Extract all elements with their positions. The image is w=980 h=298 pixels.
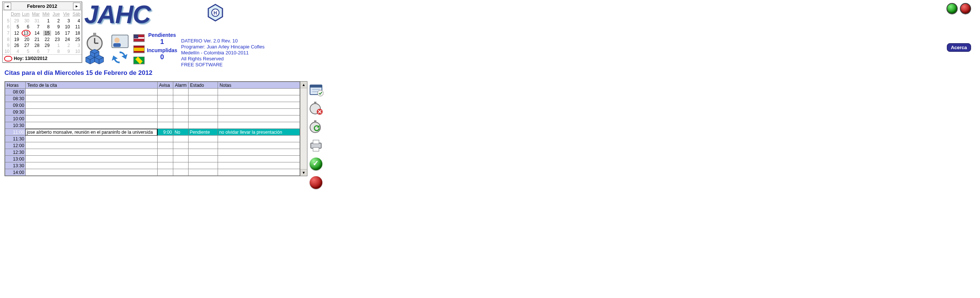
cell-avisa[interactable]: [157, 136, 173, 142]
cell-text[interactable]: jose aIrberto monsalve, reunión en el pa…: [25, 129, 157, 136]
cell-notas[interactable]: [218, 109, 300, 116]
calendar-day[interactable]: 14: [31, 30, 41, 36]
cell-text[interactable]: [25, 116, 157, 122]
cell-notas[interactable]: [218, 95, 300, 102]
cell-alarm[interactable]: [173, 89, 189, 95]
cell-avisa[interactable]: [157, 142, 173, 149]
cell-avisa[interactable]: [157, 109, 173, 116]
grid-column-header[interactable]: Estado: [189, 82, 218, 89]
cell-hour[interactable]: 09:30: [5, 109, 26, 116]
cell-alarm[interactable]: [173, 136, 189, 142]
cell-text[interactable]: [25, 136, 157, 142]
table-row[interactable]: 14:00: [5, 169, 300, 176]
calendar-day[interactable]: 1: [51, 43, 61, 48]
calendar-day[interactable]: 22: [41, 36, 51, 43]
calendar-day[interactable]: 10: [72, 48, 82, 54]
grid-column-header[interactable]: Notas: [218, 82, 300, 89]
calendar-day[interactable]: 23: [51, 36, 61, 43]
table-row[interactable]: 08:30: [5, 95, 300, 102]
cell-estado[interactable]: [189, 162, 218, 169]
cell-hour[interactable]: 14:00: [5, 169, 26, 176]
cell-estado[interactable]: [189, 156, 218, 162]
table-row[interactable]: 11:30: [5, 136, 300, 142]
grid-column-header[interactable]: Texto de la cita: [25, 82, 157, 89]
calendar-day[interactable]: 24: [61, 36, 71, 43]
next-month-button[interactable]: ►: [73, 3, 81, 10]
cell-alarm[interactable]: [173, 142, 189, 149]
calendar-day[interactable]: 2: [61, 43, 71, 48]
cell-alarm[interactable]: [173, 95, 189, 102]
cell-avisa[interactable]: [157, 156, 173, 162]
calendar-day[interactable]: 5: [21, 48, 30, 54]
cell-notas[interactable]: [218, 122, 300, 129]
cell-alarm[interactable]: [173, 162, 189, 169]
grid-scrollbar[interactable]: ▲ ▼: [300, 81, 307, 176]
cell-text[interactable]: [25, 162, 157, 169]
calendar-day[interactable]: 26: [10, 43, 21, 48]
cell-hour[interactable]: 11:00: [5, 129, 26, 136]
cell-avisa[interactable]: [157, 95, 173, 102]
cell-notas[interactable]: no olvidar llevar la presentación: [218, 129, 300, 136]
cell-notas[interactable]: [218, 149, 300, 156]
cell-avisa[interactable]: [157, 89, 173, 95]
calendar-day[interactable]: 8: [51, 48, 61, 54]
cell-text[interactable]: [25, 149, 157, 156]
calendar-day[interactable]: 3: [72, 43, 82, 48]
calendar-day[interactable]: 28: [31, 43, 41, 48]
cell-estado[interactable]: [189, 89, 218, 95]
table-row[interactable]: 11:00jose aIrberto monsalve, reunión en …: [5, 129, 300, 136]
status-red-button[interactable]: [960, 3, 971, 14]
table-row[interactable]: 12:00: [5, 142, 300, 149]
cell-avisa[interactable]: [157, 169, 173, 176]
cell-hour[interactable]: 11:30: [5, 136, 26, 142]
cell-alarm[interactable]: [173, 122, 189, 129]
cell-alarm[interactable]: No: [173, 129, 189, 136]
cell-alarm[interactable]: [173, 156, 189, 162]
calendar-add-button[interactable]: [309, 82, 323, 97]
cell-estado[interactable]: [189, 122, 218, 129]
calendar-day[interactable]: 31: [31, 18, 41, 24]
cell-notas[interactable]: [218, 89, 300, 95]
cell-alarm[interactable]: [173, 149, 189, 156]
grid-column-header[interactable]: Avisa: [157, 82, 173, 89]
today-link[interactable]: Hoy: 13/02/2012: [3, 54, 82, 62]
cell-avisa[interactable]: [157, 162, 173, 169]
table-row[interactable]: 10:00: [5, 116, 300, 122]
cell-hour[interactable]: 12:00: [5, 142, 26, 149]
cell-text[interactable]: [25, 156, 157, 162]
stopwatch-icon[interactable]: [85, 32, 104, 51]
cell-hour[interactable]: 13:00: [5, 156, 26, 162]
cell-avisa[interactable]: [157, 102, 173, 109]
cell-avisa[interactable]: [157, 116, 173, 122]
calendar-day[interactable]: 11: [72, 24, 82, 30]
stop-button[interactable]: [309, 175, 323, 190]
cell-notas[interactable]: [218, 156, 300, 162]
calendar-day[interactable]: 7: [31, 24, 41, 30]
cell-estado[interactable]: [189, 95, 218, 102]
cell-hour[interactable]: 10:00: [5, 116, 26, 122]
cell-text[interactable]: [25, 95, 157, 102]
person-card-icon[interactable]: [110, 32, 130, 51]
calendar-day[interactable]: 19: [10, 36, 21, 43]
cell-notas[interactable]: [218, 169, 300, 176]
calendar-day[interactable]: 7: [41, 48, 51, 54]
cell-hour[interactable]: 12:30: [5, 149, 26, 156]
about-button[interactable]: Acerca: [947, 43, 971, 52]
calendar-day[interactable]: 15: [41, 30, 51, 36]
status-green-button[interactable]: [947, 3, 958, 14]
calendar-day[interactable]: 12: [10, 30, 21, 36]
cell-alarm[interactable]: [173, 109, 189, 116]
grid-column-header[interactable]: Horas: [5, 82, 26, 89]
calendar-day[interactable]: 5: [10, 24, 21, 30]
calendar-day[interactable]: 29: [41, 43, 51, 48]
calendar-day[interactable]: 3: [61, 18, 71, 24]
calendar-day[interactable]: 13: [21, 30, 30, 36]
cell-text[interactable]: [25, 109, 157, 116]
cell-estado[interactable]: [189, 149, 218, 156]
flag-br[interactable]: [134, 57, 145, 64]
calendar-day[interactable]: 21: [31, 36, 41, 43]
grid-column-header[interactable]: Alarm: [173, 82, 189, 89]
cell-hour[interactable]: 09:00: [5, 102, 26, 109]
cell-alarm[interactable]: [173, 116, 189, 122]
calendar-day[interactable]: 9: [51, 24, 61, 30]
